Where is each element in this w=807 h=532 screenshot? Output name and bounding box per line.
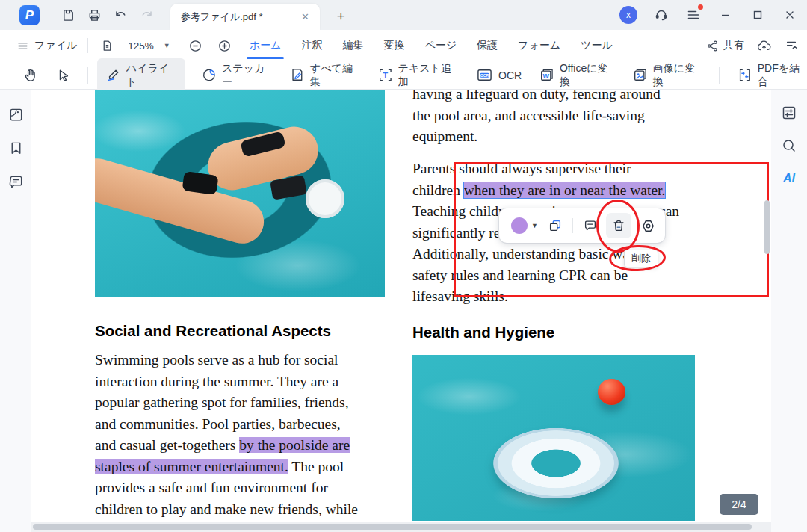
divider <box>87 67 88 84</box>
heading-health: Health and Hygiene <box>412 324 554 341</box>
tab-edit[interactable]: 編集 <box>342 30 363 61</box>
edit-all-label: すべて編集 <box>310 62 360 89</box>
save-icon[interactable] <box>60 7 76 23</box>
divider <box>719 67 720 84</box>
horizontal-scrollbar-track[interactable] <box>31 522 771 532</box>
vertical-scrollbar[interactable] <box>764 200 770 254</box>
share-button[interactable]: 共有 <box>706 39 744 52</box>
convert-image-label: 画像に変換 <box>653 62 702 89</box>
main-menu-icon[interactable] <box>685 7 702 23</box>
ocr-button[interactable]: OCR OCR <box>476 67 522 83</box>
ai-assistant-icon[interactable]: AI <box>779 170 799 185</box>
file-menu-label: ファイル <box>34 39 77 52</box>
undo-icon[interactable] <box>112 7 129 23</box>
annotation-toolbar: ▼ <box>499 208 665 243</box>
svg-text:AI: AI <box>782 172 796 185</box>
highlight-label: ハイライト <box>126 62 176 89</box>
page-indicator-badge: 2/4 <box>720 494 758 515</box>
cloud-upload-icon[interactable] <box>755 37 772 54</box>
highlighted-text[interactable]: by the poolside are <box>239 437 350 453</box>
print-icon[interactable] <box>86 7 102 23</box>
toolbar: ハイライト ステッカー すべて編集 T テキスト追加 OCR OCR W Off… <box>0 61 807 90</box>
add-text-label: テキスト追加 <box>398 62 458 89</box>
document-tab[interactable]: 参考ファイル.pdf * ✕ <box>170 4 320 30</box>
pool-ball-photo <box>412 355 695 521</box>
settings-hexagon-icon[interactable] <box>640 217 657 234</box>
share-label: 共有 <box>723 39 744 52</box>
thumbnail-panel-icon[interactable] <box>7 106 24 123</box>
white-ring-float <box>483 422 629 504</box>
new-tab-button[interactable]: ＋ <box>331 6 350 25</box>
pool-float-photo <box>95 90 385 297</box>
tab-convert[interactable]: 変換 <box>383 30 404 61</box>
collapse-toolbar-icon[interactable] <box>783 37 800 54</box>
file-menu[interactable]: ファイル <box>16 39 77 52</box>
svg-text:W: W <box>543 72 550 80</box>
convert-office-button[interactable]: W Officeに変換 <box>539 62 615 89</box>
convert-office-label: Officeに変換 <box>560 62 615 89</box>
divider <box>87 38 88 53</box>
zoom-value[interactable]: 125% <box>128 40 154 52</box>
titlebar: P ▼ 参考ファイル.pdf * ✕ ＋ x <box>0 0 807 30</box>
zoom-in-icon[interactable] <box>217 37 233 54</box>
left-sidebar <box>0 90 31 532</box>
tab-comment[interactable]: 注釈 <box>301 30 322 61</box>
notification-dot <box>698 4 703 10</box>
color-dropdown-icon[interactable]: ▼ <box>531 222 538 229</box>
horizontal-scrollbar-thumb[interactable] <box>33 524 752 530</box>
tab-page[interactable]: ページ <box>424 30 457 61</box>
copy-icon[interactable] <box>547 217 563 234</box>
app-logo-icon[interactable]: P <box>19 5 40 25</box>
red-ball <box>598 379 625 405</box>
ocr-label: OCR <box>498 69 522 81</box>
highlight-tool-button[interactable]: ハイライト <box>97 58 185 93</box>
properties-panel-icon[interactable] <box>781 105 797 121</box>
divider <box>572 218 573 233</box>
select-tool-button[interactable] <box>56 68 71 83</box>
bookmark-panel-icon[interactable] <box>7 140 24 156</box>
tab-tool[interactable]: ツール <box>581 30 613 61</box>
search-icon[interactable] <box>781 137 797 154</box>
paragraph-social: Swimming pools serve as a hub for social… <box>95 350 412 520</box>
minimize-button[interactable] <box>717 7 734 23</box>
merge-pdf-button[interactable]: PDFを結合 <box>738 62 807 89</box>
tab-form[interactable]: フォーム <box>518 30 560 61</box>
convert-image-button[interactable]: 画像に変換 <box>633 62 702 89</box>
sticker-tool-button[interactable]: ステッカー <box>202 62 272 89</box>
tab-title: 参考ファイル.pdf * <box>181 10 298 24</box>
sticker-label: ステッカー <box>222 62 272 89</box>
redo-icon[interactable] <box>138 7 155 23</box>
document-canvas[interactable]: having a lifeguard on duty, fencing arou… <box>31 90 771 532</box>
edit-all-button[interactable]: すべて編集 <box>290 62 360 89</box>
hand-tool-button[interactable] <box>22 67 38 83</box>
svg-text:T: T <box>383 71 388 80</box>
tab-protect[interactable]: 保護 <box>477 30 498 61</box>
tab-home[interactable]: ホーム <box>250 30 282 61</box>
heading-social: Social and Recreational Aspects <box>95 322 331 340</box>
comment-panel-icon[interactable] <box>7 173 24 190</box>
support-headset-icon[interactable] <box>653 7 670 23</box>
main-menus: ホーム 注釈 編集 変換 ページ 保護 フォーム ツール <box>250 30 613 61</box>
tab-close-icon[interactable]: ✕ <box>298 10 312 24</box>
zoom-dropdown-icon[interactable]: ▼ <box>164 42 170 49</box>
close-button[interactable] <box>782 7 798 23</box>
paragraph-lifeguard: having a lifeguard on duty, fencing arou… <box>412 90 734 148</box>
menubar: ファイル 125% ▼ ホーム 注釈 編集 変換 ページ 保護 フォーム ツール… <box>0 30 807 61</box>
add-text-button[interactable]: T テキスト追加 <box>378 62 458 89</box>
right-sidebar: AI <box>771 90 807 532</box>
maximize-button[interactable] <box>749 7 766 23</box>
highlighted-text[interactable]: staples of summer entertainment. <box>95 459 288 474</box>
svg-text:OCR: OCR <box>480 73 489 78</box>
highlight-color-swatch[interactable] <box>511 217 528 234</box>
merge-pdf-label: PDFを結合 <box>758 62 807 89</box>
page-fit-icon[interactable] <box>99 37 115 54</box>
user-avatar[interactable]: x <box>619 6 637 24</box>
wave-logo-badge <box>306 179 344 218</box>
zoom-out-icon[interactable] <box>188 37 204 54</box>
